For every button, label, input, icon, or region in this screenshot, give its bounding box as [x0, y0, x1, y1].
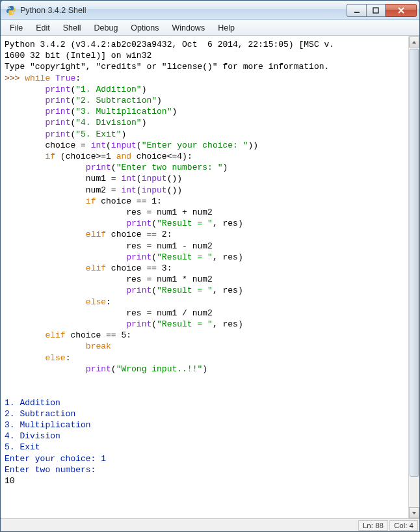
fn: int: [91, 140, 106, 150]
t: ): [202, 364, 207, 374]
menu-shell[interactable]: Shell: [57, 21, 88, 34]
close-button[interactable]: [386, 4, 417, 17]
kw: else: [45, 353, 65, 363]
s: "Result = ": [157, 252, 213, 262]
t: (: [151, 252, 157, 262]
fn: int: [121, 185, 136, 195]
t: (: [111, 364, 116, 374]
minimize-button[interactable]: [347, 4, 366, 17]
t: ): [222, 163, 228, 172]
t: , res): [213, 252, 243, 262]
s: "4. Division": [75, 118, 141, 127]
fn: print: [126, 319, 151, 329]
t: (: [111, 163, 116, 172]
t: [5, 196, 86, 206]
t: choice<=4):: [131, 152, 192, 161]
t: :: [106, 297, 111, 307]
s: "2. Subtraction": [75, 96, 157, 105]
t: (: [151, 219, 157, 228]
s: "Result = ": [157, 319, 213, 329]
shell-editor[interactable]: Python 3.4.2 (v3.4.2:ab2c023a9432, Oct 6…: [1, 36, 408, 518]
t: choice == 5:: [66, 330, 131, 340]
scroll-track[interactable]: [409, 47, 419, 507]
t: res = num1 - num2: [5, 241, 213, 251]
fn: print: [45, 107, 70, 116]
fn: print: [45, 129, 70, 139]
menu-help[interactable]: Help: [211, 21, 241, 34]
out: 3. Multiplication: [5, 420, 91, 430]
b1: Python 3.4.2 (v3.4.2:ab2c023a9432, Oct 6…: [5, 40, 334, 49]
out: 2. Subtraction: [5, 409, 75, 419]
t: num2 =: [5, 185, 121, 195]
t: ): [177, 174, 182, 183]
app-window: Python 3.4.2 Shell File Edit Shell Debug…: [0, 0, 420, 532]
fn: print: [86, 364, 111, 374]
status-col: Col: 4: [389, 520, 418, 531]
python-icon: [6, 5, 16, 16]
b2: 1600 32 bit (Intel)] on win32: [5, 51, 151, 60]
out: Enter two numbers:: [5, 465, 101, 475]
titlebar[interactable]: Python 3.4.2 Shell: [1, 1, 419, 20]
s: "1. Addition": [75, 85, 141, 94]
kw: else: [86, 297, 106, 307]
t: choice == 3:: [106, 263, 172, 273]
t: (: [137, 185, 142, 195]
t: ): [157, 96, 162, 105]
menu-windows[interactable]: Windows: [165, 21, 211, 34]
window-title: Python 3.4.2 Shell: [20, 6, 347, 15]
kw: if: [45, 152, 55, 161]
menu-edit[interactable]: Edit: [29, 21, 57, 34]
fn: print: [126, 286, 151, 295]
s: "Result = ": [157, 286, 213, 295]
scroll-thumb[interactable]: [410, 49, 419, 477]
s: "Enter two numbers: ": [116, 163, 223, 172]
prompt: >>>: [5, 73, 25, 83]
t: ): [177, 185, 182, 195]
t: num1 =: [5, 174, 121, 183]
t: ): [253, 140, 258, 150]
t: choice == 2:: [106, 230, 172, 239]
out: 10: [5, 476, 15, 486]
t: ): [142, 118, 147, 127]
svg-point-0: [9, 7, 10, 7]
s: "3. Multiplication": [75, 107, 172, 116]
content-area: Python 3.4.2 (v3.4.2:ab2c023a9432, Oct 6…: [1, 36, 419, 518]
t: ): [142, 85, 147, 94]
fn: input: [142, 174, 167, 183]
t: choice =: [5, 140, 91, 150]
fn: print: [45, 85, 70, 94]
t: ): [172, 107, 177, 116]
out: 5. Exit: [5, 442, 40, 452]
statusbar: Ln: 88 Col: 4: [1, 518, 419, 531]
t: choice == 1:: [96, 196, 161, 206]
out: 4. Division: [5, 431, 60, 441]
maximize-button[interactable]: [366, 4, 386, 17]
t: (: [137, 140, 142, 150]
t: , res): [213, 319, 243, 329]
t: res = num1 / num2: [5, 308, 213, 318]
out: 1. Addition: [5, 398, 60, 408]
menu-file[interactable]: File: [3, 21, 29, 34]
kw: if: [86, 196, 96, 206]
t: res = num1 * num2: [5, 274, 213, 284]
out: Enter your choice: 1: [5, 454, 106, 464]
scroll-down-button[interactable]: [409, 507, 419, 518]
menu-debug[interactable]: Debug: [88, 21, 125, 34]
svg-point-1: [12, 13, 13, 14]
window-buttons: [347, 4, 417, 17]
menu-options[interactable]: Options: [124, 21, 165, 34]
fn: print: [45, 118, 70, 127]
fn: print: [45, 96, 70, 105]
t: (: [137, 174, 142, 183]
fn: int: [121, 174, 136, 183]
scroll-up-button[interactable]: [409, 36, 419, 47]
vertical-scrollbar[interactable]: [408, 36, 419, 518]
kw: elif: [86, 263, 106, 273]
status-line: Ln: 88: [358, 520, 388, 531]
kw: elif: [86, 230, 106, 239]
t: (: [151, 319, 157, 329]
b3: Type "copyright", "credits" or "license(…: [5, 62, 329, 72]
kw: and: [116, 152, 131, 161]
t: :: [75, 73, 81, 83]
t: :: [66, 353, 71, 363]
